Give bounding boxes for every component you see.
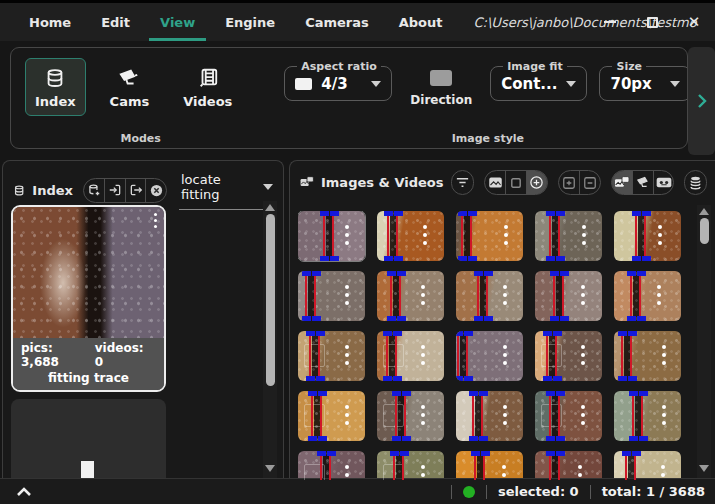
images-panel-header: Images & Videos bbox=[290, 161, 715, 201]
marker-blue bbox=[642, 256, 651, 261]
size-select[interactable]: Size 70px bbox=[599, 60, 688, 101]
kebab-menu-icon[interactable] bbox=[154, 213, 157, 216]
thumbnail[interactable] bbox=[377, 211, 444, 261]
menu-about-label: About bbox=[399, 15, 443, 30]
minimize-button[interactable] bbox=[589, 3, 631, 41]
annotation-line bbox=[314, 273, 316, 319]
thumbnail[interactable] bbox=[377, 451, 444, 480]
chevron-up-icon[interactable] bbox=[16, 487, 32, 497]
export-index-button[interactable] bbox=[125, 179, 146, 202]
thumbnail[interactable] bbox=[377, 271, 444, 321]
grid-scrollbar[interactable] bbox=[697, 205, 711, 478]
thumbnail[interactable] bbox=[298, 271, 365, 321]
thumbnail[interactable] bbox=[377, 331, 444, 381]
thumbnail[interactable] bbox=[614, 211, 681, 261]
thumbnail[interactable] bbox=[535, 331, 602, 381]
cams-mode-button[interactable]: Cams bbox=[100, 58, 160, 116]
thumbnail[interactable] bbox=[456, 271, 523, 321]
thumbnail[interactable] bbox=[535, 211, 602, 261]
status-dot bbox=[463, 486, 475, 498]
thumbnail[interactable] bbox=[298, 391, 365, 441]
thumbnail[interactable] bbox=[456, 451, 523, 480]
modes-group: Index Cams Videos Modes bbox=[11, 48, 270, 148]
show-videos-button[interactable] bbox=[653, 171, 674, 194]
window-controls: ✕ bbox=[589, 3, 715, 41]
thumbnail-grid bbox=[298, 211, 691, 480]
thumbnail[interactable] bbox=[456, 391, 523, 441]
marker-blue bbox=[456, 376, 463, 381]
thumbnail[interactable] bbox=[535, 451, 602, 480]
image-view-button[interactable] bbox=[485, 171, 505, 194]
index-mode-button[interactable]: Index bbox=[25, 58, 86, 116]
thumbnail[interactable] bbox=[535, 391, 602, 441]
modes-group-label: Modes bbox=[11, 132, 270, 145]
marker-blue bbox=[397, 316, 406, 321]
thumbnail[interactable] bbox=[298, 451, 365, 480]
thumbnail[interactable] bbox=[298, 211, 365, 261]
menu-home[interactable]: Home bbox=[14, 3, 86, 41]
filter-button[interactable] bbox=[452, 171, 473, 194]
menu-edit-label: Edit bbox=[101, 15, 130, 30]
add-index-button[interactable] bbox=[84, 179, 104, 202]
menu-engine[interactable]: Engine bbox=[210, 3, 290, 41]
thumbnail[interactable] bbox=[614, 331, 681, 381]
menu-cameras[interactable]: Cameras bbox=[290, 3, 384, 41]
menu-edit[interactable]: Edit bbox=[86, 3, 145, 41]
scrollbar-thumb[interactable] bbox=[700, 218, 709, 244]
box-view-button[interactable] bbox=[505, 171, 526, 194]
square-icon bbox=[510, 177, 522, 189]
light-dots bbox=[582, 225, 586, 229]
maximize-button[interactable] bbox=[631, 3, 673, 41]
marker-blue bbox=[471, 451, 480, 456]
menu-view-label: View bbox=[160, 15, 195, 30]
thumbnail[interactable] bbox=[614, 451, 681, 480]
annotation-line bbox=[393, 453, 395, 480]
import-index-button[interactable] bbox=[104, 179, 125, 202]
annotation-line bbox=[320, 393, 322, 439]
light-dots bbox=[421, 405, 425, 409]
images-icon bbox=[614, 176, 630, 190]
thumbnail[interactable] bbox=[614, 391, 681, 441]
close-button[interactable]: ✕ bbox=[673, 3, 715, 41]
scroll-up-icon[interactable] bbox=[265, 204, 275, 211]
index-filter-dropdown[interactable]: locate fitting bbox=[179, 170, 275, 210]
menu-engine-label: Engine bbox=[225, 15, 275, 30]
annotation-line bbox=[549, 453, 551, 480]
fitting-trace-card[interactable]: pics: 3,688 videos: 0 fitting trace bbox=[11, 205, 166, 392]
show-index-button[interactable] bbox=[685, 171, 706, 194]
thumbnail[interactable] bbox=[456, 211, 523, 261]
menu-view[interactable]: View bbox=[145, 3, 210, 41]
direction-button[interactable]: Direction bbox=[404, 58, 478, 107]
thumbnail[interactable] bbox=[298, 331, 365, 381]
add-annotation-button[interactable] bbox=[526, 171, 547, 194]
scroll-down-icon[interactable] bbox=[699, 465, 709, 472]
videos-mode-button[interactable]: Videos bbox=[173, 58, 242, 116]
thumbnail[interactable] bbox=[535, 271, 602, 321]
image-fit-select[interactable]: Image fit Cont... bbox=[490, 60, 587, 101]
marker-blue bbox=[312, 316, 321, 321]
annotation-line bbox=[390, 273, 392, 319]
show-cams-button[interactable] bbox=[632, 171, 653, 194]
zoom-out-button[interactable] bbox=[579, 171, 600, 194]
statusbar-separator bbox=[486, 485, 487, 499]
scroll-up-icon[interactable] bbox=[699, 208, 709, 215]
thumbnail[interactable] bbox=[377, 391, 444, 441]
thumbnail[interactable] bbox=[456, 331, 523, 381]
index-scrollbar[interactable] bbox=[263, 201, 277, 478]
roi-ghost-box bbox=[304, 344, 325, 367]
minimize-icon bbox=[604, 21, 616, 23]
close-index-button[interactable] bbox=[145, 179, 166, 202]
thumbnail[interactable] bbox=[614, 271, 681, 321]
scrollbar-thumb[interactable] bbox=[266, 214, 275, 386]
annotation-line bbox=[395, 393, 397, 439]
aspect-ratio-select[interactable]: Aspect ratio 4/3 bbox=[284, 60, 392, 101]
annotation-line bbox=[386, 333, 388, 379]
import-icon bbox=[108, 183, 122, 197]
database-icon bbox=[688, 175, 703, 190]
light-dots bbox=[503, 405, 507, 409]
ribbon-expand-button[interactable] bbox=[688, 47, 715, 155]
scroll-down-icon[interactable] bbox=[265, 465, 275, 472]
menu-about[interactable]: About bbox=[384, 3, 458, 41]
show-images-button[interactable] bbox=[612, 171, 632, 194]
zoom-in-button[interactable] bbox=[559, 171, 579, 194]
